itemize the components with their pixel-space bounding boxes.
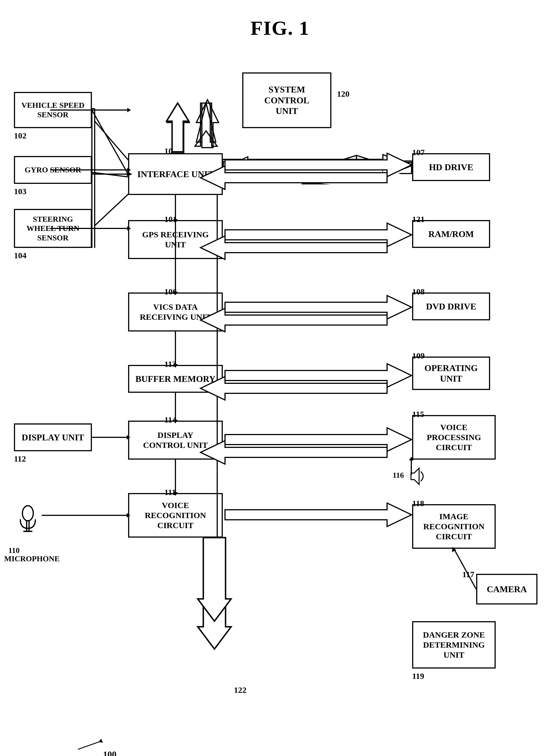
svg-marker-43	[173, 364, 178, 368]
svg-marker-45	[173, 420, 178, 423]
page-title: FIG. 1	[0, 0, 560, 40]
svg-marker-49	[127, 435, 130, 440]
svg-marker-79	[127, 168, 131, 172]
svg-line-68	[454, 549, 476, 589]
svg-marker-52	[166, 103, 189, 152]
svg-marker-74	[99, 739, 103, 743]
svg-line-35	[92, 110, 128, 174]
svg-marker-71	[409, 457, 414, 460]
svg-line-73	[78, 741, 102, 749]
svg-marker-51	[127, 513, 130, 518]
svg-marker-41	[173, 292, 178, 295]
svg-marker-81	[127, 226, 131, 231]
svg-marker-83	[127, 108, 131, 112]
svg-marker-66	[225, 503, 412, 526]
svg-marker-47	[173, 492, 178, 496]
